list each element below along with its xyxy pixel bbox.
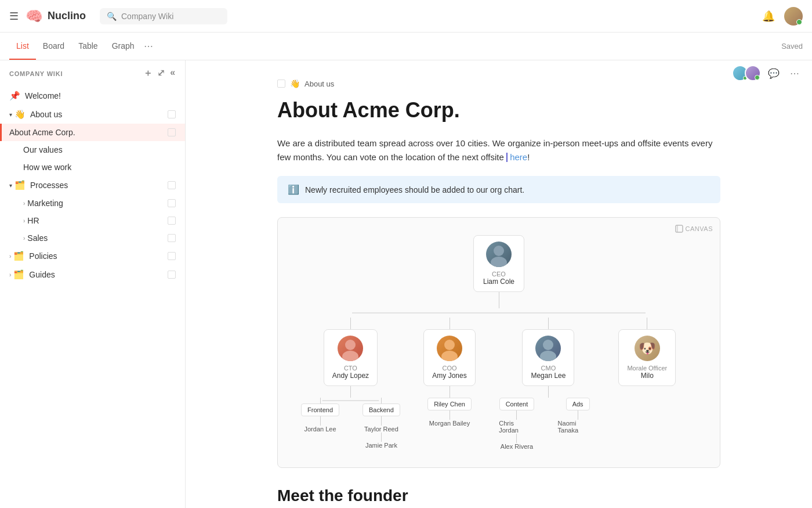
item-checkbox[interactable] — [168, 199, 176, 207]
sidebar-item-about-us[interactable]: ▾ 👋 About us — [0, 105, 185, 124]
cto-role: CTO — [344, 365, 357, 372]
ceo-name: Liam Cole — [483, 278, 514, 286]
chevron-down-icon: ▾ — [9, 111, 12, 118]
content-line — [516, 410, 517, 420]
logo[interactable]: 🧠 Nuclino — [26, 8, 86, 24]
collapse-icon[interactable]: « — [170, 67, 176, 80]
ceo-avatar — [486, 242, 512, 267]
content-label: Content — [499, 398, 535, 410]
coo-line-down — [449, 386, 450, 398]
sidebar-item-how-we-work[interactable]: How we work — [0, 158, 185, 176]
svg-point-9 — [441, 351, 458, 361]
item-checkbox[interactable] — [168, 271, 176, 279]
cto-h-line — [301, 398, 400, 403]
cto-avatar — [338, 336, 363, 361]
app-name: Nuclino — [48, 10, 86, 22]
milo-name: Milo — [641, 372, 654, 380]
page-title: About Acme Corp. — [277, 98, 720, 123]
backend-label: Backend — [362, 403, 400, 416]
coo-branch: COO Amy Jones Riley Chen Morgan Bailey — [400, 318, 499, 427]
sidebar-item-label: About Acme Corp. — [9, 128, 168, 137]
breadcrumb: 👋 About us — [277, 79, 720, 88]
backend-line2 — [381, 416, 382, 426]
h-connector — [301, 308, 697, 318]
info-icon: ℹ️ — [288, 184, 299, 195]
ceo-line-down — [499, 292, 499, 308]
coo-role: COO — [443, 365, 457, 372]
sidebar-item-sales[interactable]: › Sales — [0, 229, 185, 247]
item-checkbox[interactable] — [168, 110, 176, 118]
content-inner: 👋 About us About Acme Corp. We are a dis… — [249, 60, 748, 508]
search-icon: 🔍 — [107, 12, 117, 21]
backend-node: Backend Taylor Reed Jamie Park — [362, 398, 400, 449]
riley-line — [449, 410, 450, 420]
content-area-wrapper: 💬 ⋯ 👋 About us About Acme Corp. We are a… — [186, 60, 812, 508]
sidebar-item-label: How we work — [23, 163, 176, 172]
ceo-avatar-image — [486, 242, 512, 267]
workspace-label: COMPANY WIKI — [9, 70, 63, 77]
collaborator-avatar-2[interactable] — [745, 65, 761, 81]
search-placeholder: Company Wiki — [121, 12, 173, 21]
more-views-icon[interactable]: ⋯ — [144, 41, 153, 52]
sidebar-item-label: Welcome! — [25, 91, 176, 100]
info-box: ℹ️ Newly recruited employees should be a… — [277, 176, 720, 203]
svg-point-8 — [444, 340, 455, 350]
sidebar-item-label: Guides — [29, 270, 168, 279]
tab-list[interactable]: List — [9, 33, 36, 60]
user-avatar[interactable] — [784, 7, 803, 26]
more-options-icon[interactable]: ⋯ — [786, 65, 803, 81]
folder-icon: 🗂️ — [13, 269, 24, 280]
milo-line-up — [647, 318, 647, 329]
milo-role: Morale Officer — [627, 365, 667, 372]
sidebar-item-welcome[interactable]: 📌 Welcome! — [0, 87, 185, 105]
sidebar-item-policies[interactable]: › 🗂️ Policies — [0, 247, 185, 265]
breadcrumb-emoji: 👋 — [290, 79, 300, 88]
canvas-icon — [675, 225, 683, 233]
item-checkbox[interactable] — [168, 217, 176, 225]
view-tabs-bar: List Board Table Graph ⋯ Saved — [0, 33, 812, 60]
notification-bell-icon[interactable]: 🔔 — [762, 10, 775, 23]
milo-card: 🐶 Morale Officer Milo — [618, 329, 676, 386]
content-line2 — [516, 434, 517, 443]
sidebar-item-our-values[interactable]: Our values — [0, 141, 185, 158]
item-checkbox[interactable] — [168, 234, 176, 242]
menu-icon[interactable]: ☰ — [9, 10, 19, 23]
breadcrumb-checkbox[interactable] — [277, 80, 285, 88]
sidebar-item-guides[interactable]: › 🗂️ Guides — [0, 265, 185, 284]
search-bar[interactable]: 🔍 Company Wiki — [100, 8, 227, 24]
riley-node: Riley Chen Morgan Bailey — [427, 398, 472, 427]
item-checkbox[interactable] — [168, 181, 176, 189]
breadcrumb-text: About us — [304, 80, 334, 88]
expand-icon[interactable]: ⤢ — [157, 67, 165, 80]
here-link[interactable]: here — [510, 152, 527, 162]
chevron-right-icon: › — [9, 272, 11, 278]
sidebar-item-about-acme[interactable]: About Acme Corp. — [0, 124, 185, 141]
tab-table[interactable]: Table — [71, 33, 104, 60]
comment-icon[interactable]: 💬 — [766, 65, 782, 81]
cto-name: Andy Lopez — [332, 372, 369, 380]
ads-label: Ads — [566, 398, 590, 410]
tab-graph[interactable]: Graph — [105, 33, 142, 60]
backend-line3 — [381, 433, 382, 442]
sidebar-item-marketing[interactable]: › Marketing — [0, 194, 185, 212]
sidebar-item-hr[interactable]: › HR — [0, 212, 185, 229]
riley-label: Riley Chen — [427, 398, 472, 410]
add-item-icon[interactable]: ＋ — [143, 67, 153, 80]
item-checkbox[interactable] — [168, 252, 176, 260]
sidebar-item-label: Sales — [27, 233, 168, 243]
cmo-line-up — [548, 318, 549, 329]
cmo-children: Content Chris Jordan Alex Rivera — [499, 398, 597, 450]
cmo-branch: CMO Megan Lee Content — [499, 318, 597, 450]
sidebar-item-processes[interactable]: ▾ 🗂️ Processes — [0, 176, 185, 194]
naomi-tanaka: Naomi Tanaka — [558, 420, 598, 434]
cto-avatar-image — [338, 336, 363, 361]
jamie-park: Jamie Park — [365, 442, 397, 449]
cmo-avatar — [535, 336, 561, 361]
frontend-line2 — [320, 416, 321, 426]
chevron-right-icon: › — [23, 235, 25, 242]
canvas-container: CANVAS CEO — [277, 217, 720, 468]
coo-name: Amy Jones — [432, 372, 466, 380]
chevron-right-icon: › — [23, 200, 25, 207]
item-checkbox[interactable] — [168, 128, 176, 136]
tab-board[interactable]: Board — [36, 33, 71, 60]
